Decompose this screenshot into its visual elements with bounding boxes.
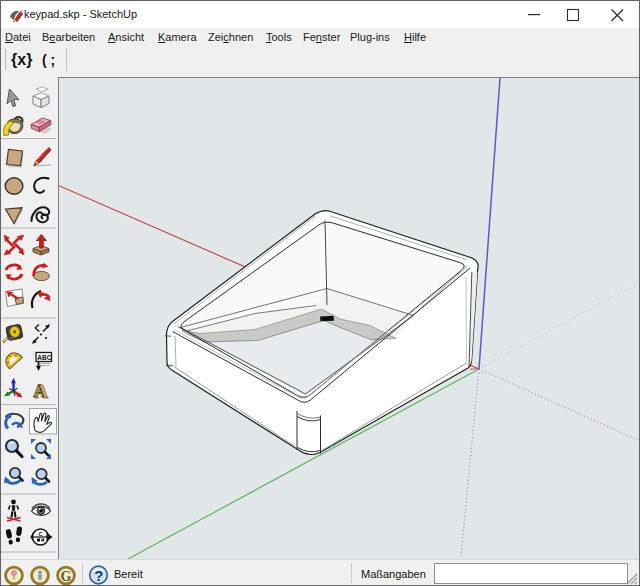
svg-text:C: C	[39, 531, 43, 537]
svg-text:ABC: ABC	[37, 354, 51, 361]
svg-text:G: G	[61, 569, 72, 584]
svg-text:?: ?	[94, 567, 103, 584]
svg-text:A: A	[35, 381, 49, 402]
